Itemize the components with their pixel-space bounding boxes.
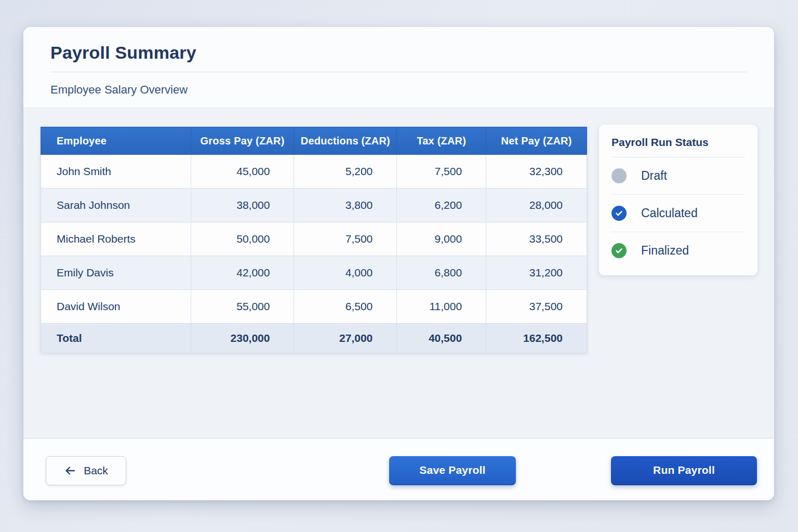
status-label: Finalized (641, 244, 689, 258)
status-label: Draft (641, 169, 667, 183)
employee-name: David Wilson (41, 290, 191, 324)
total-deductions: 27,000 (294, 324, 397, 353)
calculated-check-icon (611, 206, 627, 221)
total-label: Total (41, 324, 191, 353)
tax: 7,500 (397, 155, 486, 189)
gross-pay: 55,000 (191, 290, 294, 324)
draft-circle-icon (611, 168, 627, 183)
gross-pay: 45,000 (191, 155, 294, 189)
column-header-employee: Employee (41, 127, 191, 155)
tax: 9,000 (397, 222, 486, 256)
payroll-summary-card: Payroll Summary Employee Salary Overview… (23, 27, 774, 500)
deductions: 5,200 (294, 155, 397, 189)
back-button[interactable]: Back (46, 456, 126, 485)
run-payroll-button[interactable]: Run Payroll (611, 456, 757, 485)
page-title: Payroll Summary (50, 43, 747, 63)
arrow-left-icon (64, 464, 76, 477)
tax: 6,200 (397, 189, 486, 222)
deductions: 3,800 (294, 189, 397, 222)
tax: 11,000 (397, 290, 486, 324)
save-payroll-label: Save Payroll (419, 464, 485, 476)
table-total-row: Total 230,000 27,000 40,500 162,500 (41, 324, 587, 353)
status-panel-title: Payroll Run Status (611, 136, 745, 157)
net-pay: 31,200 (486, 256, 587, 290)
card-footer: Back Save Payroll Run Payroll (23, 438, 774, 500)
status-label: Calculated (641, 206, 698, 220)
tax: 6,800 (397, 256, 486, 290)
gross-pay: 38,000 (191, 189, 294, 222)
deductions: 7,500 (294, 222, 397, 256)
finalized-check-icon (611, 243, 627, 258)
employee-name: Michael Roberts (41, 222, 191, 256)
table-row: Sarah Johnson 38,000 3,800 6,200 28,000 (41, 189, 587, 222)
card-content: Employee Gross Pay (ZAR) Deductions (ZAR… (23, 108, 774, 438)
table-row: David Wilson 55,000 6,500 11,000 37,500 (41, 290, 587, 324)
total-gross: 230,000 (191, 324, 294, 353)
column-header-tax: Tax (ZAR) (397, 127, 486, 155)
column-header-deductions: Deductions (ZAR) (294, 127, 397, 155)
status-item-finalized: Finalized (611, 232, 745, 269)
employee-name: John Smith (41, 155, 191, 189)
net-pay: 32,300 (486, 155, 587, 189)
table-row: John Smith 45,000 5,200 7,500 32,300 (41, 155, 587, 189)
net-pay: 33,500 (486, 222, 587, 256)
employee-name: Emily Davis (41, 256, 191, 290)
save-payroll-button[interactable]: Save Payroll (389, 456, 516, 485)
table-row: Emily Davis 42,000 4,000 6,800 31,200 (41, 256, 587, 290)
net-pay: 37,500 (486, 290, 587, 324)
gross-pay: 42,000 (191, 256, 294, 290)
run-payroll-label: Run Payroll (653, 464, 715, 476)
column-header-gross-pay: Gross Pay (ZAR) (191, 127, 294, 155)
total-net: 162,500 (486, 324, 587, 353)
page-subtitle: Employee Salary Overview (50, 83, 747, 97)
column-header-net-pay: Net Pay (ZAR) (486, 127, 587, 155)
payroll-app: { "page": { "title": "Payroll Summary", … (0, 0, 798, 532)
gross-pay: 50,000 (191, 222, 294, 256)
deductions: 6,500 (294, 290, 397, 324)
table-header-row: Employee Gross Pay (ZAR) Deductions (ZAR… (41, 127, 587, 155)
total-tax: 40,500 (397, 324, 486, 353)
payroll-run-status-panel: Payroll Run Status Draft Calculated Fina… (599, 125, 757, 275)
back-button-label: Back (84, 464, 108, 477)
deductions: 4,000 (294, 256, 397, 290)
status-item-calculated: Calculated (611, 195, 745, 232)
card-header: Payroll Summary Employee Salary Overview (23, 27, 774, 108)
employee-name: Sarah Johnson (41, 189, 191, 222)
net-pay: 28,000 (486, 189, 587, 222)
status-item-draft: Draft (611, 157, 745, 195)
payroll-table: Employee Gross Pay (ZAR) Deductions (ZAR… (41, 127, 587, 353)
title-divider (50, 72, 747, 72)
table-row: Michael Roberts 50,000 7,500 9,000 33,50… (41, 222, 587, 256)
